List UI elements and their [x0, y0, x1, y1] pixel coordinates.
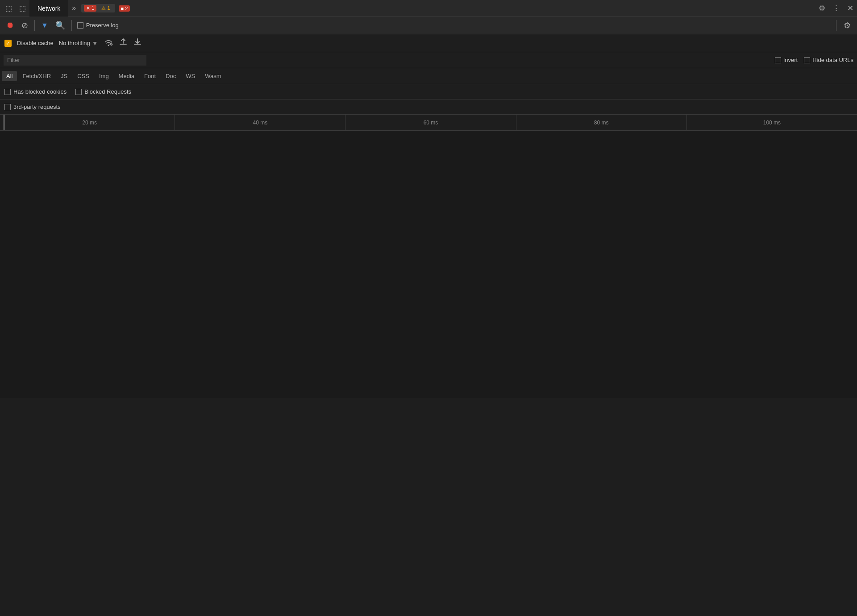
record-button[interactable]: ⏺ — [4, 19, 17, 32]
warning-icon: ⚠ — [101, 5, 106, 11]
tab-bar-right: ⚙ ⋮ ✕ — [817, 4, 855, 13]
cursor-icon[interactable]: ⬚ — [2, 4, 16, 12]
hide-data-urls-option[interactable]: Hide data URLs — [804, 57, 853, 63]
invert-option[interactable]: Invert — [775, 57, 798, 63]
main-toolbar: ⏺ ⊘ ▼ 🔍 Preserve log ⚙ — [0, 17, 857, 34]
disable-cache-label: Disable cache — [17, 40, 54, 46]
warning-badge[interactable]: ⚠ 1 — [99, 5, 112, 12]
type-btn-wasm[interactable]: Wasm — [200, 71, 225, 81]
tab-more-icon[interactable]: » — [68, 4, 79, 12]
error-count: 1 — [92, 5, 94, 11]
filter-icon: ▼ — [41, 21, 48, 29]
has-blocked-cookies-checkbox[interactable] — [4, 89, 11, 95]
search-icon: 🔍 — [55, 21, 65, 30]
filter-options: Invert Hide data URLs — [775, 57, 853, 63]
network-settings-icon: ⚙ — [844, 21, 851, 30]
type-btn-font[interactable]: Font — [140, 71, 160, 81]
clear-button[interactable]: ⊘ — [19, 19, 31, 32]
preserve-log-label: Preserve log — [86, 22, 119, 29]
toolbar-divider-1 — [34, 20, 35, 31]
blocked-requests-checkbox[interactable] — [75, 89, 82, 95]
throttle-label: No throttling — [59, 40, 90, 46]
error-warning-badges: ✕ 1 ⚠ 1 — [81, 4, 115, 12]
hide-data-urls-label: Hide data URLs — [812, 57, 853, 63]
network-settings-button[interactable]: ⚙ — [841, 19, 853, 32]
filter-button[interactable]: ▼ — [38, 20, 51, 31]
blocked-requests-option[interactable]: Blocked Requests — [75, 88, 131, 95]
type-btn-all[interactable]: All — [2, 71, 17, 81]
type-btn-css[interactable]: CSS — [73, 71, 94, 81]
breakpoint-count: 2 — [125, 6, 128, 11]
has-blocked-cookies-label: Has blocked cookies — [13, 88, 67, 95]
upload-icon[interactable] — [119, 37, 128, 49]
timeline-tick-3: 60 ms — [345, 115, 516, 131]
timeline-tick-2: 40 ms — [175, 115, 345, 131]
settings-icon[interactable]: ⚙ — [817, 4, 827, 13]
preserve-log-area: Preserve log — [77, 22, 119, 29]
timeline-body — [0, 131, 857, 398]
warning-count: 1 — [107, 5, 110, 11]
download-icon[interactable] — [133, 37, 142, 49]
third-party-label: 3rd-party requests — [13, 103, 61, 110]
error-icon: ✕ — [86, 5, 90, 11]
invert-label: Invert — [783, 57, 798, 63]
third-party-option[interactable]: 3rd-party requests — [4, 103, 61, 110]
hide-data-urls-checkbox[interactable] — [804, 57, 810, 63]
type-btn-fetch-xhr[interactable]: Fetch/XHR — [18, 71, 55, 81]
error-badge[interactable]: ✕ 1 — [84, 5, 96, 12]
filter-input[interactable] — [4, 55, 146, 66]
type-btn-doc[interactable]: Doc — [161, 71, 180, 81]
tab-bar: ⬚ ⬚ Network » ✕ 1 ⚠ 1 ■ 2 ⚙ ⋮ ✕ — [0, 0, 857, 17]
throttle-dropdown-icon: ▼ — [92, 40, 98, 47]
breakpoint-icon: ■ — [121, 6, 124, 11]
toolbar-settings: ⚙ — [833, 19, 853, 32]
vert-divider — [836, 20, 836, 31]
type-btn-ws[interactable]: WS — [181, 71, 200, 81]
search-button[interactable]: 🔍 — [53, 19, 68, 32]
record-icon: ⏺ — [6, 21, 14, 30]
has-blocked-cookies-option[interactable]: Has blocked cookies — [4, 88, 67, 95]
type-btn-img[interactable]: Img — [95, 71, 113, 81]
toolbar-divider-2 — [71, 20, 72, 31]
disable-cache-checkbox[interactable]: ✓ — [4, 40, 12, 47]
cache-throttle-toolbar: ✓ Disable cache No throttling ▼ — [0, 34, 857, 52]
network-conditions-icon[interactable] — [104, 38, 113, 48]
extra-filter-row-2: 3rd-party requests — [0, 99, 857, 115]
more-options-icon[interactable]: ⋮ — [831, 4, 842, 13]
type-btn-media[interactable]: Media — [114, 71, 139, 81]
type-btn-js[interactable]: JS — [56, 71, 72, 81]
timeline-tick-5: 100 ms — [686, 115, 857, 131]
timeline-header: 20 ms40 ms60 ms80 ms100 ms — [0, 115, 857, 131]
blocked-requests-label: Blocked Requests — [84, 88, 131, 95]
throttle-select[interactable]: No throttling ▼ — [59, 40, 98, 47]
device-icon[interactable]: ⬚ — [16, 4, 29, 12]
timeline-tick-4: 80 ms — [516, 115, 686, 131]
timeline-tick-1: 20 ms — [4, 115, 175, 131]
tab-network[interactable]: Network — [29, 0, 68, 17]
clear-icon: ⊘ — [21, 21, 28, 30]
third-party-checkbox[interactable] — [4, 104, 11, 110]
extra-filter-row-1: Has blocked cookies Blocked Requests — [0, 84, 857, 99]
filter-bar: Invert Hide data URLs — [0, 52, 857, 68]
type-filter-bar: AllFetch/XHRJSCSSImgMediaFontDocWSWasm — [0, 68, 857, 84]
preserve-log-checkbox[interactable] — [77, 22, 83, 29]
tab-network-label: Network — [37, 5, 60, 12]
close-icon[interactable]: ✕ — [845, 4, 855, 13]
breakpoint-badge[interactable]: ■ 2 — [119, 5, 130, 12]
invert-checkbox[interactable] — [775, 57, 781, 63]
